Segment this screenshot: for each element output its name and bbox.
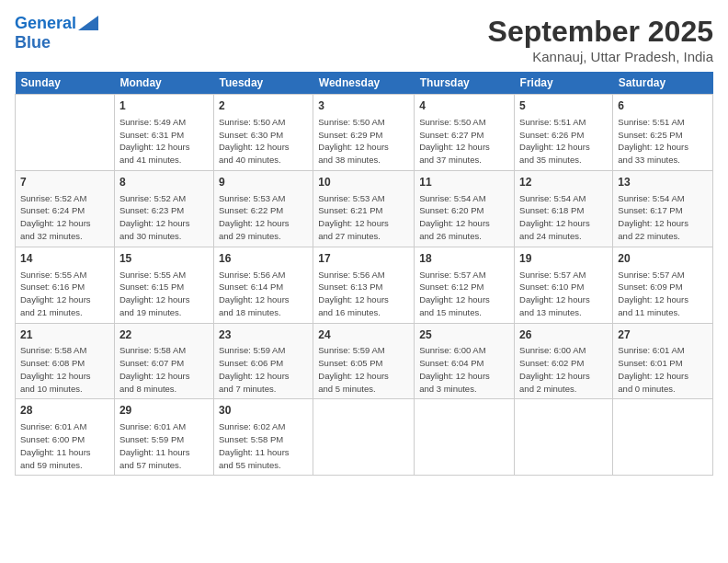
day-info: Sunrise: 6:01 AM Sunset: 5:59 PM Dayligh…	[119, 420, 209, 471]
day-info: Sunrise: 5:59 AM Sunset: 6:05 PM Dayligh…	[318, 344, 409, 395]
calendar-cell: 29Sunrise: 6:01 AM Sunset: 5:59 PM Dayli…	[114, 399, 213, 476]
day-info: Sunrise: 5:50 AM Sunset: 6:27 PM Dayligh…	[419, 116, 509, 167]
calendar-cell: 5Sunrise: 5:51 AM Sunset: 6:26 PM Daylig…	[515, 95, 613, 171]
day-info: Sunrise: 5:56 AM Sunset: 6:14 PM Dayligh…	[219, 269, 308, 319]
day-info: Sunrise: 6:01 AM Sunset: 6:00 PM Dayligh…	[20, 420, 109, 471]
calendar-cell: 3Sunrise: 5:50 AM Sunset: 6:29 PM Daylig…	[313, 95, 415, 171]
day-number: 1	[119, 98, 209, 114]
weekday-header-sunday: Sunday	[16, 72, 115, 95]
day-info: Sunrise: 5:52 AM Sunset: 6:24 PM Dayligh…	[20, 192, 109, 243]
calendar-cell: 27Sunrise: 6:01 AM Sunset: 6:01 PM Dayli…	[613, 323, 713, 399]
calendar-cell	[415, 399, 515, 476]
day-number: 2	[219, 98, 308, 114]
calendar-cell: 18Sunrise: 5:57 AM Sunset: 6:12 PM Dayli…	[415, 247, 515, 323]
calendar-cell: 24Sunrise: 5:59 AM Sunset: 6:05 PM Dayli…	[313, 323, 415, 399]
day-info: Sunrise: 5:56 AM Sunset: 6:13 PM Dayligh…	[318, 269, 409, 319]
calendar-cell	[515, 399, 613, 476]
calendar-week-2: 7Sunrise: 5:52 AM Sunset: 6:24 PM Daylig…	[16, 170, 713, 247]
day-number: 11	[419, 175, 509, 190]
calendar-week-4: 21Sunrise: 5:58 AM Sunset: 6:08 PM Dayli…	[16, 323, 713, 399]
calendar-cell: 22Sunrise: 5:58 AM Sunset: 6:07 PM Dayli…	[114, 323, 213, 399]
day-number: 26	[519, 327, 608, 343]
calendar-cell: 15Sunrise: 5:55 AM Sunset: 6:15 PM Dayli…	[114, 247, 213, 323]
logo: General Blue	[15, 15, 98, 52]
svg-marker-0	[78, 16, 98, 30]
day-info: Sunrise: 5:51 AM Sunset: 6:26 PM Dayligh…	[519, 116, 608, 167]
day-info: Sunrise: 5:55 AM Sunset: 6:15 PM Dayligh…	[119, 269, 209, 319]
day-number: 30	[219, 403, 308, 419]
day-number: 3	[318, 98, 409, 114]
day-info: Sunrise: 6:02 AM Sunset: 5:58 PM Dayligh…	[219, 420, 308, 471]
day-info: Sunrise: 5:57 AM Sunset: 6:12 PM Dayligh…	[419, 269, 509, 319]
day-info: Sunrise: 5:53 AM Sunset: 6:22 PM Dayligh…	[219, 192, 308, 243]
day-info: Sunrise: 6:00 AM Sunset: 6:04 PM Dayligh…	[419, 344, 509, 395]
day-number: 24	[318, 327, 409, 343]
calendar-cell: 14Sunrise: 5:55 AM Sunset: 6:16 PM Dayli…	[16, 247, 115, 323]
day-number: 22	[119, 327, 209, 343]
calendar-cell: 4Sunrise: 5:50 AM Sunset: 6:27 PM Daylig…	[415, 95, 515, 171]
calendar-cell: 11Sunrise: 5:54 AM Sunset: 6:20 PM Dayli…	[415, 170, 515, 247]
month-title: September 2025	[488, 15, 713, 49]
weekday-header-thursday: Thursday	[415, 72, 515, 95]
day-info: Sunrise: 5:58 AM Sunset: 6:08 PM Dayligh…	[20, 344, 109, 395]
day-info: Sunrise: 6:00 AM Sunset: 6:02 PM Dayligh…	[519, 344, 608, 395]
day-info: Sunrise: 5:59 AM Sunset: 6:06 PM Dayligh…	[219, 344, 308, 395]
calendar-cell: 7Sunrise: 5:52 AM Sunset: 6:24 PM Daylig…	[16, 170, 115, 247]
calendar-cell: 20Sunrise: 5:57 AM Sunset: 6:09 PM Dayli…	[613, 247, 713, 323]
day-info: Sunrise: 5:50 AM Sunset: 6:29 PM Dayligh…	[318, 116, 409, 167]
day-number: 19	[519, 251, 608, 267]
calendar-cell: 17Sunrise: 5:56 AM Sunset: 6:13 PM Dayli…	[313, 247, 415, 323]
calendar-cell	[16, 95, 115, 171]
day-number: 21	[20, 327, 109, 343]
day-info: Sunrise: 5:54 AM Sunset: 6:20 PM Dayligh…	[419, 192, 509, 243]
weekday-header-friday: Friday	[515, 72, 613, 95]
calendar-cell: 28Sunrise: 6:01 AM Sunset: 6:00 PM Dayli…	[16, 399, 115, 476]
day-info: Sunrise: 5:50 AM Sunset: 6:30 PM Dayligh…	[219, 116, 308, 167]
calendar-cell: 30Sunrise: 6:02 AM Sunset: 5:58 PM Dayli…	[213, 399, 313, 476]
calendar-cell	[613, 399, 713, 476]
day-number: 15	[119, 251, 209, 267]
day-info: Sunrise: 5:54 AM Sunset: 6:17 PM Dayligh…	[618, 192, 708, 243]
day-number: 12	[519, 175, 608, 190]
day-number: 6	[618, 98, 708, 114]
calendar-week-5: 28Sunrise: 6:01 AM Sunset: 6:00 PM Dayli…	[16, 399, 713, 476]
location-subtitle: Kannauj, Uttar Pradesh, India	[488, 49, 713, 64]
calendar-week-1: 1Sunrise: 5:49 AM Sunset: 6:31 PM Daylig…	[16, 95, 713, 171]
weekday-header-saturday: Saturday	[613, 72, 713, 95]
calendar-table: SundayMondayTuesdayWednesdayThursdayFrid…	[15, 72, 713, 476]
calendar-cell	[313, 399, 415, 476]
logo-blue: Blue	[15, 33, 51, 52]
day-number: 7	[20, 175, 109, 190]
day-number: 10	[318, 175, 409, 190]
day-number: 29	[119, 403, 209, 419]
weekday-header-monday: Monday	[114, 72, 213, 95]
weekday-header-tuesday: Tuesday	[213, 72, 313, 95]
calendar-cell: 13Sunrise: 5:54 AM Sunset: 6:17 PM Dayli…	[613, 170, 713, 247]
day-number: 27	[618, 327, 708, 343]
weekday-header-wednesday: Wednesday	[313, 72, 415, 95]
calendar-cell: 6Sunrise: 5:51 AM Sunset: 6:25 PM Daylig…	[613, 95, 713, 171]
day-number: 9	[219, 175, 308, 190]
day-info: Sunrise: 5:54 AM Sunset: 6:18 PM Dayligh…	[519, 192, 608, 243]
calendar-cell: 16Sunrise: 5:56 AM Sunset: 6:14 PM Dayli…	[213, 247, 313, 323]
day-info: Sunrise: 6:01 AM Sunset: 6:01 PM Dayligh…	[618, 344, 708, 395]
calendar-cell: 21Sunrise: 5:58 AM Sunset: 6:08 PM Dayli…	[16, 323, 115, 399]
day-number: 20	[618, 251, 708, 267]
logo-icon	[78, 16, 98, 30]
logo-text: General	[15, 15, 76, 33]
calendar-cell: 23Sunrise: 5:59 AM Sunset: 6:06 PM Dayli…	[213, 323, 313, 399]
day-number: 18	[419, 251, 509, 267]
calendar-week-3: 14Sunrise: 5:55 AM Sunset: 6:16 PM Dayli…	[16, 247, 713, 323]
title-block: September 2025 Kannauj, Uttar Pradesh, I…	[488, 15, 713, 64]
calendar-cell: 9Sunrise: 5:53 AM Sunset: 6:22 PM Daylig…	[213, 170, 313, 247]
day-number: 17	[318, 251, 409, 267]
page-header: General Blue September 2025 Kannauj, Utt…	[15, 15, 713, 64]
day-info: Sunrise: 5:53 AM Sunset: 6:21 PM Dayligh…	[318, 192, 409, 243]
calendar-cell: 2Sunrise: 5:50 AM Sunset: 6:30 PM Daylig…	[213, 95, 313, 171]
day-number: 28	[20, 403, 109, 419]
weekday-header-row: SundayMondayTuesdayWednesdayThursdayFrid…	[16, 72, 713, 95]
calendar-cell: 8Sunrise: 5:52 AM Sunset: 6:23 PM Daylig…	[114, 170, 213, 247]
day-number: 25	[419, 327, 509, 343]
day-number: 14	[20, 251, 109, 267]
day-info: Sunrise: 5:58 AM Sunset: 6:07 PM Dayligh…	[119, 344, 209, 395]
